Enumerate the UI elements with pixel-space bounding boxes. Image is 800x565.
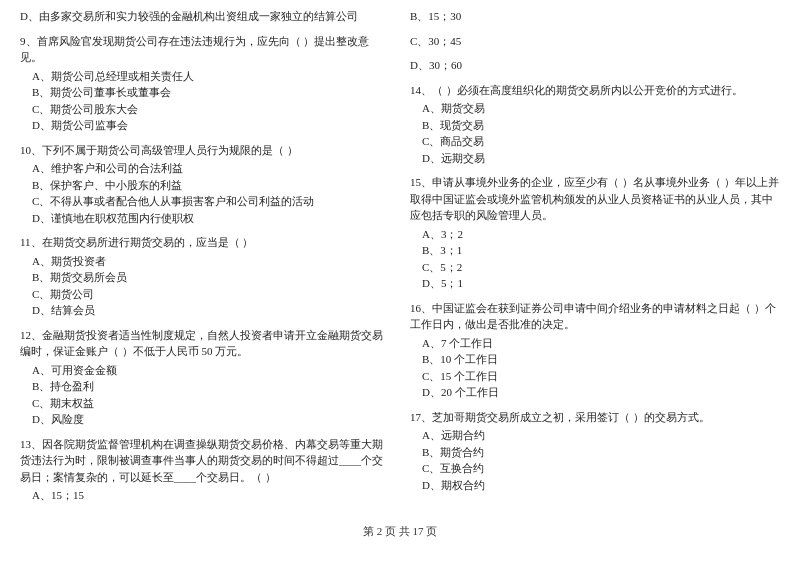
q15-option-d: D、5；1	[410, 275, 780, 292]
q14-option-b: B、现货交易	[410, 117, 780, 134]
question-15-text: 15、申请从事境外业务的企业，应至少有（ ）名从事境外业务（ ）年以上并取得中国…	[410, 174, 780, 224]
q12-option-d: D、风险度	[20, 411, 390, 428]
question-d-intro-text: D、由多家交易所和实力较强的金融机构出资组成一家独立的结算公司	[20, 8, 390, 25]
question-12-text: 12、金融期货投资者适当性制度规定，自然人投资者申请开立金融期货交易编时，保证金…	[20, 327, 390, 360]
q17-option-b: B、期货合约	[410, 444, 780, 461]
question-13: 13、因各院期货监督管理机构在调查操纵期货交易价格、内幕交易等重大期货违法行为时…	[20, 436, 390, 504]
page-content: D、由多家交易所和实力较强的金融机构出资组成一家独立的结算公司 9、首席风险官发…	[20, 8, 780, 539]
q15-option-a: A、3；2	[410, 226, 780, 243]
page-number: 第 2 页 共 17 页	[363, 525, 437, 537]
question-16-text: 16、中国证监会在获到证券公司申请中间介绍业务的申请材料之日起（ ）个工作日内，…	[410, 300, 780, 333]
answer-c-right-text: C、30；45	[410, 33, 780, 50]
question-14-text: 14、（ ）必须在高度组织化的期货交易所内以公开竞价的方式进行。	[410, 82, 780, 99]
question-10-text: 10、下列不属于期货公司高级管理人员行为规限的是（ ）	[20, 142, 390, 159]
left-column: D、由多家交易所和实力较强的金融机构出资组成一家独立的结算公司 9、首席风险官发…	[20, 8, 400, 512]
q12-option-c: C、期末权益	[20, 395, 390, 412]
q16-option-c: C、15 个工作日	[410, 368, 780, 385]
answer-b-right: B、15；30	[410, 8, 780, 25]
q16-option-a: A、7 个工作日	[410, 335, 780, 352]
q15-option-b: B、3；1	[410, 242, 780, 259]
question-13-text: 13、因各院期货监督管理机构在调查操纵期货交易价格、内幕交易等重大期货违法行为时…	[20, 436, 390, 486]
q17-option-d: D、期权合约	[410, 477, 780, 494]
q16-option-b: B、10 个工作日	[410, 351, 780, 368]
answer-c-right: C、30；45	[410, 33, 780, 50]
q10-option-b: B、保护客户、中小股东的利益	[20, 177, 390, 194]
q10-option-a: A、维护客户和公司的合法利益	[20, 160, 390, 177]
q9-option-d: D、期货公司监事会	[20, 117, 390, 134]
question-15: 15、申请从事境外业务的企业，应至少有（ ）名从事境外业务（ ）年以上并取得中国…	[410, 174, 780, 292]
question-10: 10、下列不属于期货公司高级管理人员行为规限的是（ ） A、维护客户和公司的合法…	[20, 142, 390, 227]
answer-b-right-text: B、15；30	[410, 8, 780, 25]
q17-option-c: C、互换合约	[410, 460, 780, 477]
question-12: 12、金融期货投资者适当性制度规定，自然人投资者申请开立金融期货交易编时，保证金…	[20, 327, 390, 428]
q14-option-d: D、远期交易	[410, 150, 780, 167]
q15-option-c: C、5；2	[410, 259, 780, 276]
q12-option-b: B、持仓盈利	[20, 378, 390, 395]
q13-option-a: A、15；15	[20, 487, 390, 504]
q11-option-b: B、期货交易所会员	[20, 269, 390, 286]
question-17-text: 17、芝加哥期货交易所成立之初，采用签订（ ）的交易方式。	[410, 409, 780, 426]
answer-d-right: D、30；60	[410, 57, 780, 74]
question-14: 14、（ ）必须在高度组织化的期货交易所内以公开竞价的方式进行。 A、期货交易 …	[410, 82, 780, 167]
q10-option-d: D、谨慎地在职权范围内行使职权	[20, 210, 390, 227]
two-column-layout: D、由多家交易所和实力较强的金融机构出资组成一家独立的结算公司 9、首席风险官发…	[20, 8, 780, 512]
q10-option-c: C、不得从事或者配合他人从事损害客户和公司利益的活动	[20, 193, 390, 210]
q17-option-a: A、远期合约	[410, 427, 780, 444]
question-11-text: 11、在期货交易所进行期货交易的，应当是（ ）	[20, 234, 390, 251]
answer-d-right-text: D、30；60	[410, 57, 780, 74]
right-column: B、15；30 C、30；45 D、30；60 14、（ ）必须在高度组织化的期…	[400, 8, 780, 512]
q9-option-b: B、期货公司董事长或董事会	[20, 84, 390, 101]
question-11: 11、在期货交易所进行期货交易的，应当是（ ） A、期货投资者 B、期货交易所会…	[20, 234, 390, 319]
page-footer: 第 2 页 共 17 页	[20, 524, 780, 539]
q14-option-a: A、期货交易	[410, 100, 780, 117]
q11-option-d: D、结算会员	[20, 302, 390, 319]
q14-option-c: C、商品交易	[410, 133, 780, 150]
q11-option-c: C、期货公司	[20, 286, 390, 303]
q11-option-a: A、期货投资者	[20, 253, 390, 270]
q12-option-a: A、可用资金金额	[20, 362, 390, 379]
q9-option-c: C、期货公司股东大会	[20, 101, 390, 118]
question-17: 17、芝加哥期货交易所成立之初，采用签订（ ）的交易方式。 A、远期合约 B、期…	[410, 409, 780, 494]
question-9: 9、首席风险官发现期货公司存在违法违规行为，应先向（ ）提出整改意见。 A、期货…	[20, 33, 390, 134]
question-9-text: 9、首席风险官发现期货公司存在违法违规行为，应先向（ ）提出整改意见。	[20, 33, 390, 66]
q16-option-d: D、20 个工作日	[410, 384, 780, 401]
q9-option-a: A、期货公司总经理或相关责任人	[20, 68, 390, 85]
question-d-intro: D、由多家交易所和实力较强的金融机构出资组成一家独立的结算公司	[20, 8, 390, 25]
question-16: 16、中国证监会在获到证券公司申请中间介绍业务的申请材料之日起（ ）个工作日内，…	[410, 300, 780, 401]
